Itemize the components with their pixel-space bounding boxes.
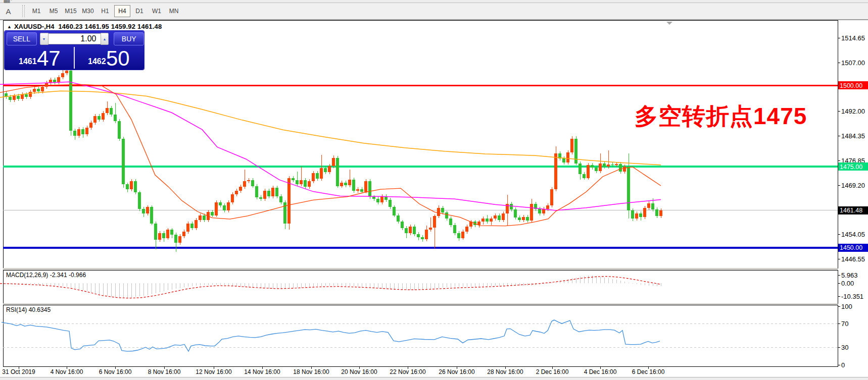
svg-text:1450.00: 1450.00 — [840, 244, 862, 251]
volume-increase-button[interactable]: ▲ — [101, 33, 109, 45]
svg-text:0.00: 0.00 — [841, 280, 854, 287]
svg-text:20 Nov 16:00: 20 Nov 16:00 — [341, 368, 377, 375]
svg-text:18 Nov 16:00: 18 Nov 16:00 — [293, 368, 329, 375]
svg-text:1484.35: 1484.35 — [841, 132, 865, 140]
sell-price-pips: 47 — [37, 48, 61, 69]
svg-text:4 Nov 16:00: 4 Nov 16:00 — [51, 368, 83, 375]
buy-price-main: 1462 — [88, 57, 106, 66]
ohlc-low: 1459.92 — [111, 23, 135, 30]
rsi-label: RSI(14) 40.6345 — [6, 306, 51, 313]
sell-button[interactable]: SELL — [7, 32, 37, 45]
svg-text:26 Nov 16:00: 26 Nov 16:00 — [439, 368, 475, 375]
svg-text:1469.20: 1469.20 — [841, 182, 865, 189]
ohlc-high: 1461.95 — [85, 23, 109, 30]
chart-text-annotation: 多空转折点1475 — [635, 101, 827, 132]
svg-text:6 Dec 16:00: 6 Dec 16:00 — [632, 368, 665, 375]
svg-text:30: 30 — [841, 344, 848, 351]
symbol-label: XAUUSD-,H4 — [14, 23, 54, 30]
svg-text:4 Dec 16:00: 4 Dec 16:00 — [584, 368, 617, 375]
macd-label: MACD(12,26,9) -2.341 -0.966 — [6, 272, 86, 279]
buy-price-display[interactable]: 1462 50 — [75, 46, 144, 70]
svg-text:1475.00: 1475.00 — [840, 164, 862, 171]
svg-text:1514.65: 1514.65 — [841, 34, 865, 42]
svg-text:0: 0 — [841, 361, 845, 369]
svg-text:5.963: 5.963 — [841, 272, 858, 279]
chart-title: ▲XAUUSD-,H41460.23 1461.95 1459.92 1461.… — [7, 23, 162, 30]
volume-decrease-button[interactable]: ▼ — [40, 33, 49, 45]
buy-button[interactable]: BUY — [114, 32, 144, 45]
svg-text:12 Nov 16:00: 12 Nov 16:00 — [196, 368, 232, 375]
one-click-trading-panel: SELL ▼ ▲ BUY 1461 47 1462 50 — [5, 31, 144, 70]
svg-text:31 Oct 2019: 31 Oct 2019 — [2, 368, 35, 375]
sell-price-main: 1461 — [19, 57, 37, 66]
trading-platform-window: { "toolbar": { "icon_buttons": [ {"name"… — [0, 0, 868, 380]
svg-text:1446.55: 1446.55 — [841, 255, 865, 263]
collapse-triangle-icon: ▲ — [7, 24, 12, 29]
volume-input[interactable] — [49, 33, 101, 44]
svg-text:1461.48: 1461.48 — [840, 207, 862, 214]
svg-text:1454.05: 1454.05 — [841, 231, 865, 238]
svg-text:6 Nov 16:00: 6 Nov 16:00 — [99, 368, 132, 375]
svg-text:22 Nov 16:00: 22 Nov 16:00 — [390, 368, 426, 375]
svg-text:1507.00: 1507.00 — [841, 59, 865, 67]
svg-text:14 Nov 16:00: 14 Nov 16:00 — [244, 368, 280, 375]
svg-text:28 Nov 16:00: 28 Nov 16:00 — [487, 368, 523, 375]
svg-text:100: 100 — [841, 303, 852, 310]
svg-text:1492.00: 1492.00 — [841, 107, 865, 115]
svg-text:-10.351: -10.351 — [841, 293, 863, 300]
svg-text:2 Dec 16:00: 2 Dec 16:00 — [536, 368, 569, 375]
svg-text:8 Nov 16:00: 8 Nov 16:00 — [148, 368, 181, 375]
ohlc-close: 1461.48 — [137, 23, 162, 30]
sell-price-display[interactable]: 1461 47 — [5, 46, 74, 70]
ohlc-open: 1460.23 — [58, 23, 82, 30]
svg-text:1500.00: 1500.00 — [840, 82, 862, 89]
buy-price-pips: 50 — [106, 48, 130, 69]
svg-text:70: 70 — [841, 320, 848, 328]
